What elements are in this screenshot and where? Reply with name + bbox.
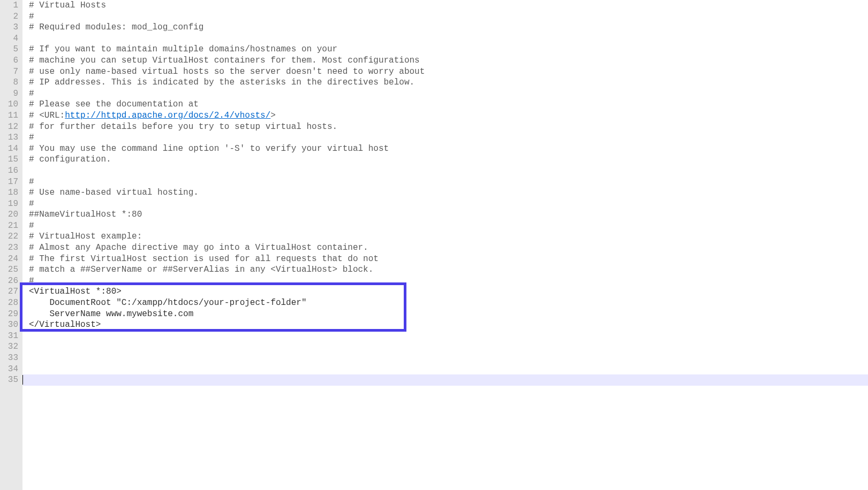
code-line[interactable]: # IP addresses. This is indicated by the… <box>29 77 868 88</box>
comment-text: # You may use the command line option '-… <box>29 144 389 154</box>
comment-text: ##NameVirtualHost *:80 <box>29 210 142 219</box>
code-text: </VirtualHost> <box>29 320 101 330</box>
line-number: 11 <box>0 110 22 121</box>
line-number: 28 <box>0 297 22 309</box>
line-number: 15 <box>0 154 22 165</box>
line-number-gutter: 1234567891011121314151617181920212223242… <box>0 0 22 490</box>
comment-text: # If you want to maintain multiple domai… <box>29 44 337 54</box>
code-line[interactable] <box>29 331 868 342</box>
comment-text: # <box>29 221 34 231</box>
line-number: 2 <box>0 11 22 22</box>
code-line[interactable]: # machine you can setup VirtualHost cont… <box>29 55 868 66</box>
line-number: 8 <box>0 77 22 88</box>
code-line[interactable]: # <box>29 88 868 99</box>
line-number: 23 <box>0 242 22 254</box>
code-line[interactable] <box>29 33 868 44</box>
code-line[interactable]: # use only name-based virtual hosts so t… <box>29 66 868 78</box>
code-line[interactable]: # <box>29 132 868 143</box>
comment-text: # <box>29 12 34 21</box>
line-number: 32 <box>0 341 22 353</box>
code-line[interactable]: # <box>29 220 868 232</box>
code-area[interactable]: # Virtual Hosts## Required modules: mod_… <box>22 0 868 490</box>
comment-text: # The first VirtualHost section is used … <box>29 254 379 264</box>
line-number: 19 <box>0 198 22 210</box>
line-number: 33 <box>0 353 22 364</box>
comment-text: # Almost any Apache directive may go int… <box>29 243 368 252</box>
line-number: 7 <box>0 66 22 78</box>
code-line[interactable]: # Almost any Apache directive may go int… <box>29 242 868 254</box>
line-number: 24 <box>0 254 22 265</box>
line-number: 34 <box>0 364 22 375</box>
line-number: 16 <box>0 165 22 177</box>
line-number: 21 <box>0 220 22 232</box>
line-number: 22 <box>0 231 22 242</box>
code-line[interactable]: # match a ##ServerName or ##ServerAlias … <box>29 264 868 275</box>
code-line[interactable]: # Required modules: mod_log_config <box>29 22 868 33</box>
line-number: 26 <box>0 275 22 287</box>
comment-text: # match a ##ServerName or ##ServerAlias … <box>29 265 373 274</box>
comment-text: > <box>270 111 276 120</box>
line-number: 13 <box>0 132 22 143</box>
code-line[interactable]: # <box>29 275 868 287</box>
code-text: DocumentRoot "C:/xampp/htdocs/your-proje… <box>29 298 306 308</box>
code-line[interactable]: # configuration. <box>29 154 868 165</box>
code-line[interactable] <box>29 353 868 364</box>
line-number: 6 <box>0 55 22 66</box>
line-number: 5 <box>0 44 22 55</box>
line-number: 17 <box>0 177 22 188</box>
line-number: 18 <box>0 187 22 198</box>
code-line[interactable]: </VirtualHost> <box>29 319 868 331</box>
comment-text: # <box>29 89 34 98</box>
comment-text: # <box>29 133 34 142</box>
line-number: 3 <box>0 22 22 33</box>
comment-text: # <URL: <box>29 111 65 120</box>
code-line[interactable]: # You may use the command line option '-… <box>29 143 868 155</box>
code-line[interactable]: # <box>29 198 868 210</box>
code-line[interactable]: ServerName www.mywebsite.com <box>29 309 868 320</box>
code-line[interactable]: # <box>29 177 868 188</box>
comment-text: # configuration. <box>29 155 111 164</box>
code-editor: 1234567891011121314151617181920212223242… <box>0 0 868 490</box>
line-number: 30 <box>0 319 22 331</box>
code-line[interactable]: # <URL:http://httpd.apache.org/docs/2.4/… <box>29 110 868 121</box>
line-number: 12 <box>0 121 22 133</box>
line-number: 27 <box>0 286 22 297</box>
code-line[interactable]: <VirtualHost *:80> <box>29 286 868 297</box>
line-number: 14 <box>0 143 22 155</box>
comment-text: # use only name-based virtual hosts so t… <box>29 67 425 76</box>
code-line[interactable] <box>29 165 868 177</box>
line-number: 10 <box>0 99 22 110</box>
line-number: 25 <box>0 264 22 275</box>
comment-text: # Please see the documentation at <box>29 99 199 109</box>
code-line[interactable]: # If you want to maintain multiple domai… <box>29 44 868 55</box>
code-line[interactable]: # VirtualHost example: <box>29 231 868 242</box>
code-line[interactable]: # Virtual Hosts <box>29 0 868 11</box>
code-line[interactable]: # The first VirtualHost section is used … <box>29 254 868 265</box>
code-content[interactable]: # Virtual Hosts## Required modules: mod_… <box>29 0 868 386</box>
comment-text: # Use name-based virtual hosting. <box>29 188 199 197</box>
url-link[interactable]: http://httpd.apache.org/docs/2.4/vhosts/ <box>65 111 270 120</box>
code-line[interactable]: # <box>29 11 868 22</box>
code-line[interactable]: DocumentRoot "C:/xampp/htdocs/your-proje… <box>29 297 868 309</box>
code-line[interactable]: ##NameVirtualHost *:80 <box>29 209 868 220</box>
code-line[interactable]: # Please see the documentation at <box>29 99 868 110</box>
code-line[interactable] <box>29 374 868 386</box>
comment-text: # for further details before you try to … <box>29 122 337 132</box>
line-number: 1 <box>0 0 22 11</box>
line-number: 35 <box>0 374 22 386</box>
comment-text: # Required modules: mod_log_config <box>29 22 203 32</box>
comment-text: # IP addresses. This is indicated by the… <box>29 78 414 87</box>
line-number: 31 <box>0 331 22 342</box>
code-text: <VirtualHost *:80> <box>29 287 122 296</box>
comment-text: # machine you can setup VirtualHost cont… <box>29 56 420 65</box>
code-line[interactable] <box>29 341 868 353</box>
comment-text: # <box>29 199 34 209</box>
line-number: 4 <box>0 33 22 44</box>
line-number: 29 <box>0 309 22 320</box>
code-line[interactable]: # for further details before you try to … <box>29 121 868 133</box>
text-cursor <box>22 375 23 385</box>
comment-text: # <box>29 276 34 286</box>
line-number: 20 <box>0 209 22 220</box>
code-line[interactable] <box>29 364 868 375</box>
code-line[interactable]: # Use name-based virtual hosting. <box>29 187 868 198</box>
